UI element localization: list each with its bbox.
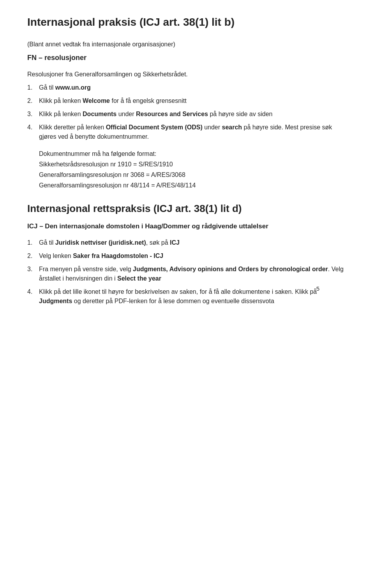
list-item: 4. Klikk deretter på lenken Official Doc… <box>27 123 347 141</box>
doc-format-line-1: Sikkerhetsrådsresolusjon nr 1910 = S/RES… <box>39 159 347 170</box>
bold-text: Select the year <box>117 275 161 282</box>
list-text: Gå til www.un.org <box>39 83 347 92</box>
list-text: Klikk på lenken Welcome for å få engelsk… <box>39 96 347 106</box>
fn-label: FN – resolusjoner <box>27 53 347 63</box>
list-item: 1. Gå til www.un.org <box>27 83 347 92</box>
list-item: 2. Klikk på lenken Welcome for å få enge… <box>27 96 347 106</box>
doc-format-line-3: Generalforsamlingsresolusjon nr 48/114 =… <box>39 180 347 191</box>
list-item: 3. Klikk på lenken Documents under Resou… <box>27 109 347 119</box>
main-title: Internasjonal praksis (ICJ art. 38(1) li… <box>27 16 347 29</box>
steps-list-1: 1. Gå til www.un.org 2. Klikk på lenken … <box>27 83 347 141</box>
list-num: 2. <box>27 96 36 106</box>
bold-text: ICJ <box>170 239 180 246</box>
list-item: 1. Gå til Juridisk nettviser (juridisk.n… <box>27 238 347 247</box>
bold-text: Saker fra Haagdomstolen - ICJ <box>73 253 163 259</box>
list-text: Klikk deretter på lenken Official Docume… <box>39 123 347 141</box>
page-number: 5 <box>316 285 319 292</box>
section-title-2: Internasjonal rettspraksis (ICJ art. 38(… <box>27 203 347 215</box>
list-item: 3. Fra menyen på venstre side, velg Judg… <box>27 265 347 283</box>
fn-desc: Resolusjoner fra Generalforsamlingen og … <box>27 70 347 79</box>
doc-format-label: Dokumentnummer må ha følgende format: <box>39 148 347 159</box>
list-num: 3. <box>27 109 36 119</box>
list-num: 2. <box>27 251 36 261</box>
doc-format-block: Dokumentnummer må ha følgende format: Si… <box>39 148 347 191</box>
bold-text: Welcome <box>83 97 110 104</box>
bold-text: Judgments <box>39 298 72 304</box>
list-text: Klikk på det lille ikonet til høyre for … <box>39 287 347 306</box>
bold-text: www.un.org <box>55 84 91 91</box>
list-text: Klikk på lenken Documents under Resource… <box>39 109 347 119</box>
doc-format-line-2: Generalforsamlingsresolusjon nr 3068 = A… <box>39 170 347 180</box>
list-num: 4. <box>27 287 36 306</box>
list-num: 3. <box>27 265 36 283</box>
bold-text: Documents <box>83 111 116 117</box>
list-item: 4. Klikk på det lille ikonet til høyre f… <box>27 287 347 306</box>
list-item: 2. Velg lenken Saker fra Haagdomstolen -… <box>27 251 347 261</box>
list-num: 1. <box>27 83 36 92</box>
icj-label: ICJ – Den internasjonale domstolen i Haa… <box>27 222 347 231</box>
list-text: Fra menyen på venstre side, velg Judgmen… <box>39 265 347 283</box>
bold-text: Judgments, Advisory opinions and Orders … <box>133 266 328 272</box>
bold-text: search <box>222 124 242 131</box>
bold-text: Official Document System (ODS) <box>106 124 203 131</box>
steps-list-2: 1. Gå til Juridisk nettviser (juridisk.n… <box>27 238 347 306</box>
list-num: 4. <box>27 123 36 141</box>
bold-text: Resources and Services <box>136 111 208 117</box>
list-text: Gå til Juridisk nettviser (juridisk.net)… <box>39 238 347 247</box>
list-text: Velg lenken Saker fra Haagdomstolen - IC… <box>39 251 347 261</box>
bold-text: Juridisk nettviser (juridisk.net) <box>55 239 146 246</box>
page-content: Internasjonal praksis (ICJ art. 38(1) li… <box>27 16 347 306</box>
list-num: 1. <box>27 238 36 247</box>
intro-text: (Blant annet vedtak fra internasjonale o… <box>27 40 347 49</box>
